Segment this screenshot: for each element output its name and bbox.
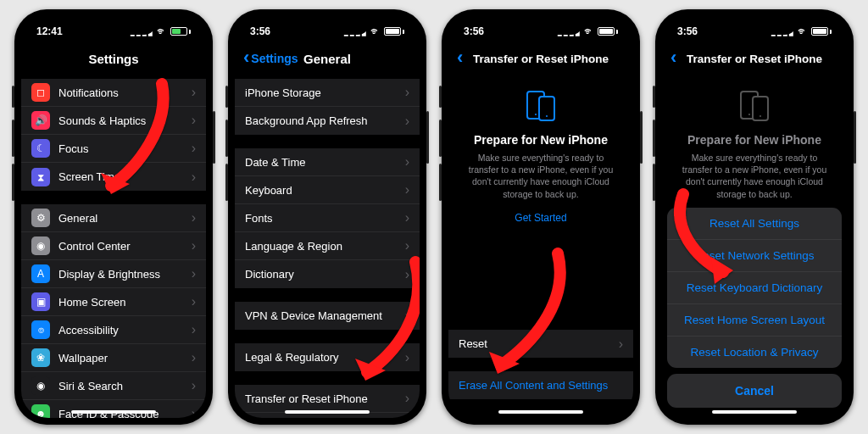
row-label: Fonts <box>245 212 405 225</box>
home-indicator[interactable] <box>712 410 797 414</box>
general-row-fonts[interactable]: Fonts› <box>235 204 420 232</box>
battery-indicator <box>170 27 191 36</box>
focus-icon: ☾ <box>31 139 50 158</box>
navbar: Settings <box>21 43 206 74</box>
status-time: 12:41 <box>36 25 63 37</box>
settings-row-general[interactable]: ⚙︎General› <box>21 204 206 232</box>
general-row-vpn-device-management[interactable]: VPN & Device Management› <box>235 302 420 330</box>
settings-row-home-screen[interactable]: ▣Home Screen› <box>21 288 206 316</box>
controlcenter-icon: ◉ <box>31 236 50 255</box>
general-row-date-time[interactable]: Date & Time› <box>235 148 420 176</box>
sounds-icon: 🔊 <box>31 111 50 130</box>
general-row-dictionary[interactable]: Dictionary› <box>235 260 420 288</box>
back-button[interactable] <box>457 52 463 66</box>
get-started-link[interactable]: Get Started <box>448 212 633 224</box>
page-title: Transfer or Reset iPhone <box>473 53 609 65</box>
devices-illustration <box>448 89 633 125</box>
sheet-item-reset-all-settings[interactable]: Reset All Settings <box>667 208 842 240</box>
row-label: Display & Brightness <box>58 268 192 281</box>
homescreen-icon: ▣ <box>31 292 50 311</box>
chevron-left-icon <box>670 52 676 66</box>
reset-row[interactable]: Reset › <box>448 330 633 358</box>
general-row-language-region[interactable]: Language & Region› <box>235 232 420 260</box>
chevron-right-icon: › <box>405 391 409 406</box>
row-label: Notifications <box>58 86 192 99</box>
screentime-icon: ⧗ <box>31 168 50 186</box>
row-label: Keyboard <box>245 184 405 197</box>
row-label: Date & Time <box>245 156 405 169</box>
settings-row-screen-time[interactable]: ⧗Screen Time› <box>21 163 206 191</box>
settings-row-control-center[interactable]: ◉Control Center› <box>21 232 206 260</box>
chevron-right-icon: › <box>405 182 409 198</box>
wifi-icon: ᯤ <box>798 25 808 37</box>
general-icon: ⚙︎ <box>31 209 50 227</box>
settings-row-display-brightness[interactable]: ADisplay & Brightness› <box>21 260 206 288</box>
sheet-cancel-button[interactable]: Cancel <box>667 374 842 408</box>
wifi-icon: ᯤ <box>584 25 594 37</box>
row-label: Language & Region <box>245 240 405 253</box>
sheet-item-reset-home-screen-layout[interactable]: Reset Home Screen Layout <box>667 304 842 337</box>
erase-all-row[interactable]: Erase All Content and Settings <box>448 371 633 399</box>
general-row-transfer-or-reset-iphone[interactable]: Transfer or Reset iPhone› <box>235 385 420 413</box>
chevron-right-icon: › <box>192 406 196 418</box>
back-button[interactable]: Settings <box>243 52 298 66</box>
row-label: Sounds & Haptics <box>58 114 192 127</box>
settings-list[interactable]: ◻︎Notifications›🔊Sounds & Haptics›☾Focus… <box>21 74 206 418</box>
home-indicator[interactable] <box>285 410 370 414</box>
chevron-right-icon: › <box>405 309 409 324</box>
transfer-reset-content: Prepare for New iPhone Make sure everyth… <box>448 74 633 418</box>
sheet-item-reset-network-settings[interactable]: Reset Network Settings <box>667 240 842 272</box>
back-button[interactable] <box>670 52 676 66</box>
settings-row-wallpaper[interactable]: ❀Wallpaper› <box>21 344 206 372</box>
reset-action-sheet: Reset All SettingsReset Network Settings… <box>667 208 842 408</box>
wifi-icon: ᯤ <box>157 25 167 37</box>
row-label: Background App Refresh <box>245 114 405 127</box>
row-label: Screen Time <box>58 170 192 183</box>
settings-row-siri-search[interactable]: ◉Siri & Search› <box>21 372 206 400</box>
phone-4: 3:56 ▮▮▮▮ ᯤ Transfer or Reset iPhone Pre… <box>655 9 854 425</box>
home-indicator[interactable] <box>498 410 583 414</box>
home-indicator[interactable] <box>71 410 156 414</box>
row-label: Wallpaper <box>58 352 192 364</box>
settings-row-accessibility[interactable]: ⌾Accessibility› <box>21 316 206 344</box>
row-label: Siri & Search <box>58 380 192 392</box>
general-row-background-app-refresh[interactable]: Background App Refresh› <box>235 107 420 135</box>
phone-1: 12:41 ▮▮▮▮ ᯤ Settings ◻︎Notifications›🔊S… <box>14 9 213 425</box>
chevron-right-icon: › <box>405 154 409 170</box>
sheet-item-reset-keyboard-dictionary[interactable]: Reset Keyboard Dictionary <box>667 272 842 304</box>
navbar: Settings General <box>235 43 420 74</box>
accessibility-icon: ⌾ <box>31 320 50 339</box>
chevron-right-icon: › <box>192 266 196 281</box>
chevron-right-icon: › <box>619 337 623 352</box>
chevron-right-icon: › <box>192 294 196 309</box>
status-time: 3:56 <box>464 25 484 37</box>
chevron-right-icon: › <box>192 113 196 128</box>
battery-indicator <box>384 27 404 36</box>
chevron-right-icon: › <box>192 141 196 156</box>
settings-row-face-id-passcode[interactable]: ☻Face ID & Passcode› <box>21 400 206 418</box>
settings-row-notifications[interactable]: ◻︎Notifications› <box>21 79 206 107</box>
row-label: General <box>58 212 192 225</box>
settings-row-sounds-haptics[interactable]: 🔊Sounds & Haptics› <box>21 107 206 135</box>
row-label: Home Screen <box>58 296 192 309</box>
phone-2: 3:56 ▮▮▮▮ ᯤ Settings General iPhone Stor… <box>228 9 426 425</box>
chevron-left-icon <box>243 52 249 66</box>
row-label: Legal & Regulatory <box>245 351 405 364</box>
general-row-legal-regulatory[interactable]: Legal & Regulatory› <box>235 343 420 371</box>
promo-title: Prepare for New iPhone <box>448 133 633 147</box>
status-time: 3:56 <box>677 25 698 37</box>
display-icon: A <box>31 264 50 283</box>
page-title: General <box>303 52 351 66</box>
settings-row-focus[interactable]: ☾Focus› <box>21 135 206 163</box>
navbar: Transfer or Reset iPhone <box>662 43 847 74</box>
navbar: Transfer or Reset iPhone <box>448 43 633 74</box>
notifications-icon: ◻︎ <box>31 83 50 102</box>
chevron-right-icon: › <box>192 210 196 225</box>
general-row-iphone-storage[interactable]: iPhone Storage› <box>235 79 420 107</box>
row-label: iPhone Storage <box>245 86 405 99</box>
chevron-right-icon: › <box>192 238 196 253</box>
sheet-item-reset-location-privacy[interactable]: Reset Location & Privacy <box>667 337 842 368</box>
row-label: Focus <box>58 142 192 155</box>
general-list[interactable]: iPhone Storage›Background App Refresh›Da… <box>235 74 420 418</box>
general-row-keyboard[interactable]: Keyboard› <box>235 176 420 204</box>
